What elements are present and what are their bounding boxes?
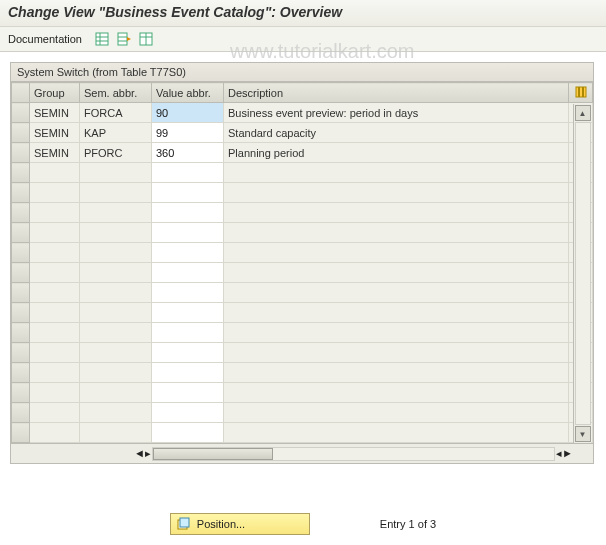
row-handle[interactable] xyxy=(12,103,30,123)
col-header-group[interactable]: Group xyxy=(30,83,80,103)
cell-val[interactable]: 90 xyxy=(152,103,224,123)
cell-group[interactable] xyxy=(30,343,80,363)
select-all-handle[interactable] xyxy=(12,83,30,103)
row-handle[interactable] xyxy=(12,403,30,423)
vscroll-down-icon[interactable]: ▼ xyxy=(575,426,591,442)
cell-desc[interactable] xyxy=(224,343,569,363)
column-config-button[interactable] xyxy=(569,83,593,103)
cell-group[interactable] xyxy=(30,163,80,183)
cell-desc[interactable] xyxy=(224,163,569,183)
cell-val[interactable] xyxy=(152,243,224,263)
cell-group[interactable] xyxy=(30,423,80,443)
cell-group[interactable] xyxy=(30,303,80,323)
cell-val[interactable] xyxy=(152,383,224,403)
cell-sem[interactable] xyxy=(80,283,152,303)
row-handle[interactable] xyxy=(12,163,30,183)
cell-desc[interactable] xyxy=(224,223,569,243)
col-header-sem[interactable]: Sem. abbr. xyxy=(80,83,152,103)
hscroll-left-page-icon[interactable]: ▸ xyxy=(145,447,151,460)
row-handle[interactable] xyxy=(12,363,30,383)
cell-group[interactable] xyxy=(30,383,80,403)
cell-group[interactable] xyxy=(30,263,80,283)
cell-desc[interactable] xyxy=(224,263,569,283)
cell-val[interactable] xyxy=(152,363,224,383)
cell-val[interactable]: 99 xyxy=(152,123,224,143)
cell-sem[interactable] xyxy=(80,343,152,363)
row-handle[interactable] xyxy=(12,263,30,283)
row-handle[interactable] xyxy=(12,243,30,263)
cell-desc[interactable] xyxy=(224,383,569,403)
row-handle[interactable] xyxy=(12,303,30,323)
hscroll-track[interactable] xyxy=(152,447,555,461)
row-handle[interactable] xyxy=(12,423,30,443)
row-handle[interactable] xyxy=(12,143,30,163)
hscroll-thumb[interactable] xyxy=(153,448,273,460)
cell-val[interactable]: 360 xyxy=(152,143,224,163)
position-button[interactable]: Position... xyxy=(170,513,310,535)
cell-val[interactable] xyxy=(152,203,224,223)
col-header-desc[interactable]: Description xyxy=(224,83,569,103)
cell-val[interactable] xyxy=(152,423,224,443)
cell-sem[interactable] xyxy=(80,183,152,203)
cell-desc[interactable] xyxy=(224,183,569,203)
cell-group[interactable] xyxy=(30,183,80,203)
cell-group[interactable] xyxy=(30,283,80,303)
cell-sem[interactable] xyxy=(80,403,152,423)
cell-sem[interactable] xyxy=(80,323,152,343)
cell-desc[interactable] xyxy=(224,303,569,323)
cell-desc[interactable] xyxy=(224,283,569,303)
row-handle[interactable] xyxy=(12,343,30,363)
row-handle[interactable] xyxy=(12,123,30,143)
svg-rect-4 xyxy=(118,33,127,45)
cell-group[interactable] xyxy=(30,403,80,423)
cell-val[interactable] xyxy=(152,263,224,283)
cell-desc[interactable] xyxy=(224,323,569,343)
cell-sem[interactable] xyxy=(80,363,152,383)
cell-val[interactable] xyxy=(152,183,224,203)
row-handle[interactable] xyxy=(12,283,30,303)
col-header-val[interactable]: Value abbr. xyxy=(152,83,224,103)
table-settings-icon[interactable] xyxy=(138,31,154,47)
cell-desc: Planning period xyxy=(224,143,569,163)
documentation-button[interactable]: Documentation xyxy=(8,33,82,45)
cell-sem[interactable] xyxy=(80,223,152,243)
position-button-label: Position... xyxy=(197,518,245,530)
cell-val[interactable] xyxy=(152,283,224,303)
cell-group[interactable] xyxy=(30,363,80,383)
cell-desc[interactable] xyxy=(224,403,569,423)
cell-val[interactable] xyxy=(152,403,224,423)
cell-desc[interactable] xyxy=(224,243,569,263)
cell-sem[interactable] xyxy=(80,423,152,443)
table-with-arrow-icon[interactable] xyxy=(116,31,132,47)
cell-sem[interactable] xyxy=(80,303,152,323)
cell-sem[interactable] xyxy=(80,203,152,223)
cell-val[interactable] xyxy=(152,223,224,243)
row-handle[interactable] xyxy=(12,183,30,203)
cell-group[interactable] xyxy=(30,323,80,343)
cell-val[interactable] xyxy=(152,343,224,363)
hscroll-left-step-icon[interactable]: ◄ xyxy=(134,447,145,460)
cell-group[interactable] xyxy=(30,243,80,263)
row-handle[interactable] xyxy=(12,223,30,243)
cell-desc[interactable] xyxy=(224,423,569,443)
cell-sem[interactable] xyxy=(80,163,152,183)
cell-sem[interactable] xyxy=(80,243,152,263)
vscroll-up-icon[interactable]: ▲ xyxy=(575,105,591,121)
cell-sem[interactable] xyxy=(80,383,152,403)
cell-group[interactable] xyxy=(30,203,80,223)
cell-val[interactable] xyxy=(152,163,224,183)
cell-group[interactable] xyxy=(30,223,80,243)
svg-marker-7 xyxy=(127,37,131,41)
row-handle[interactable] xyxy=(12,203,30,223)
table-view-icon[interactable] xyxy=(94,31,110,47)
cell-desc[interactable] xyxy=(224,203,569,223)
hscroll-right-step-icon[interactable]: ► xyxy=(562,447,573,460)
row-handle[interactable] xyxy=(12,383,30,403)
cell-val[interactable] xyxy=(152,303,224,323)
row-handle[interactable] xyxy=(12,323,30,343)
table-row-empty xyxy=(12,183,593,203)
vscroll-track[interactable] xyxy=(575,122,591,425)
cell-val[interactable] xyxy=(152,323,224,343)
cell-sem[interactable] xyxy=(80,263,152,283)
cell-desc[interactable] xyxy=(224,363,569,383)
